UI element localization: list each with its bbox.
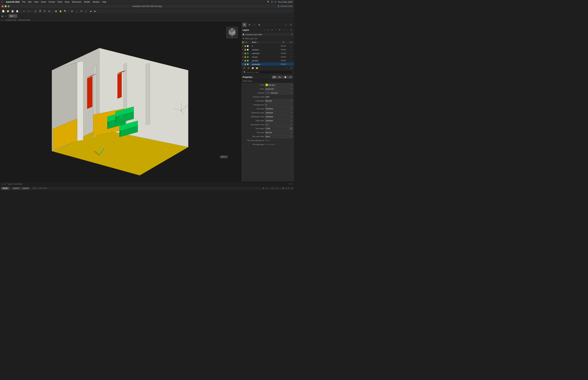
- polar-status-icon[interactable]: ⊕: [271, 187, 273, 189]
- menu-tools[interactable]: Tools: [57, 1, 62, 3]
- sun-icon[interactable]: ☀: [242, 49, 244, 51]
- layout1-tab[interactable]: Layout1: [11, 187, 21, 190]
- prop-input[interactable]: [265, 103, 293, 106]
- add-view-btn[interactable]: +: [1, 19, 2, 21]
- color-swatch[interactable]: [247, 53, 249, 54]
- anno-scale-icon[interactable]: ⚙: [291, 187, 293, 189]
- grid-status-icon[interactable]: ◫: [265, 187, 267, 189]
- sort-icon[interactable]: △: [257, 41, 258, 43]
- layers-panel-btn[interactable]: ☰: [242, 23, 247, 27]
- cmd-icon-1[interactable]: ⇧: [288, 183, 290, 185]
- otrack-btn[interactable]: ◀: [89, 9, 92, 13]
- menu-dimension[interactable]: Dimension: [72, 1, 81, 3]
- layer-collapse-btn[interactable]: −: [286, 28, 289, 32]
- delete-layer-btn[interactable]: ✕: [270, 28, 274, 32]
- export-btn[interactable]: 🗏: [47, 9, 51, 13]
- layer-tool-4[interactable]: 📂: [255, 66, 259, 70]
- polar-btn[interactable]: ⊕: [79, 9, 83, 13]
- prop-filter-copy[interactable]: 📋: [283, 76, 288, 79]
- layer-row[interactable]: ☀ 🔓 cobertura Default ⎯: [241, 52, 294, 55]
- lock-icon[interactable]: 🔓: [244, 45, 246, 47]
- color-swatch[interactable]: [247, 63, 249, 65]
- menu-insert[interactable]: Insert: [41, 1, 46, 3]
- prop-dropdown[interactable]: Standard ▼: [265, 111, 293, 114]
- layer-more-btn[interactable]: ⋮: [282, 28, 285, 32]
- new-btn[interactable]: 📄: [1, 9, 5, 13]
- hide-layer-list-btn[interactable]: ▼ Hide Layer List: [241, 37, 294, 40]
- layer-row[interactable]: ☀ 🔓 pavimento Default ⎯: [241, 62, 294, 66]
- cmd-icon-2[interactable]: ☷: [291, 183, 293, 185]
- layer-collapse-right[interactable]: −: [285, 66, 289, 70]
- ortho-status-icon[interactable]: ⚊: [268, 187, 270, 189]
- publish-btn[interactable]: 🗎: [43, 9, 47, 13]
- add-layout-btn[interactable]: +: [9, 187, 10, 190]
- menu-edit[interactable]: Edit: [28, 1, 32, 3]
- layer-expand-right[interactable]: ☷: [289, 66, 293, 70]
- sun-icon[interactable]: ☀: [242, 52, 244, 54]
- command-input[interactable]: [7, 183, 287, 185]
- lweight-status-icon[interactable]: ⎯: [280, 187, 281, 189]
- prop-dropdown[interactable]: None ▼: [265, 135, 293, 138]
- properties-panel-btn[interactable]: ⚙: [247, 23, 252, 27]
- apple-icon[interactable]: : [2, 1, 2, 3]
- prop-filter-settings[interactable]: ⚙: [288, 76, 293, 79]
- layer-row[interactable]: ☀ 🔓 0 Default ⎯: [241, 44, 294, 48]
- layer-tool-3[interactable]: 📁: [251, 66, 255, 70]
- menu-draw[interactable]: Draw: [65, 1, 69, 3]
- layer-col-name[interactable]: Name △: [252, 41, 278, 43]
- expand-panel-btn[interactable]: ☷: [289, 23, 293, 27]
- color-swatch[interactable]: [247, 49, 249, 51]
- dynin-btn[interactable]: ▶: [93, 9, 97, 13]
- layer-tool-1[interactable]: ☰: [242, 66, 246, 70]
- layer-row[interactable]: ☀ 🔓 paredes Default ⎯: [241, 59, 294, 62]
- osnap-status-icon[interactable]: ◇: [274, 187, 276, 189]
- collapse-panel-btn[interactable]: —: [284, 23, 288, 27]
- prop-dropdown[interactable]: Standard ▼: [265, 115, 293, 118]
- prop-dropdown[interactable]: ByLayer ▼: [265, 83, 293, 87]
- lock-icon[interactable]: 🔓: [244, 49, 246, 51]
- color-swatch[interactable]: [247, 60, 249, 61]
- prop-dropdown[interactable]: ByLayer ▼: [265, 91, 293, 95]
- prop-input[interactable]: [265, 127, 289, 130]
- osnap-btn[interactable]: ◇: [84, 9, 88, 13]
- set-current-btn[interactable]: ✓: [274, 28, 277, 32]
- new-layer-btn[interactable]: +: [263, 28, 266, 32]
- prop-dropdown[interactable]: 1:1 ▼: [265, 123, 293, 126]
- tab-close-icon[interactable]: ✕: [14, 15, 16, 17]
- snap-btn[interactable]: ■: [70, 9, 74, 13]
- block-panel-btn[interactable]: □: [252, 23, 257, 27]
- open-btn[interactable]: 📁: [6, 9, 10, 13]
- print-btn[interactable]: 🖨: [33, 9, 37, 13]
- color-swatch[interactable]: [247, 45, 249, 47]
- sun-icon[interactable]: ☀: [242, 59, 244, 62]
- viewport[interactable]: TOP FRONT LEFT N WCS ★: [0, 22, 241, 181]
- snap-status-icon[interactable]: ■: [263, 187, 264, 189]
- model-btn[interactable]: ▣: [54, 9, 58, 13]
- fullscreen-button[interactable]: [8, 5, 10, 7]
- prop-dropdown[interactable]: pavimento ▼: [265, 87, 293, 91]
- layer-state-bar[interactable]: Unsaved Layer State ▼: [241, 32, 294, 37]
- save-btn[interactable]: 💾: [11, 9, 15, 13]
- ortho-btn[interactable]: ⚊: [75, 9, 79, 13]
- undo-btn[interactable]: ↩: [22, 9, 26, 13]
- layout2-tab[interactable]: Layout2: [21, 187, 30, 190]
- prop-dropdown[interactable]: ByColor ▼: [265, 131, 293, 134]
- search-layer-input[interactable]: [243, 70, 293, 74]
- prop-filter-my[interactable]: My: [277, 76, 282, 79]
- lock-icon[interactable]: 🔓: [244, 59, 246, 62]
- new-layer-vp-btn[interactable]: ◇: [267, 28, 270, 32]
- color-swatch[interactable]: [247, 56, 249, 58]
- menu-help[interactable]: Help: [102, 1, 106, 3]
- menu-modify[interactable]: Modify: [84, 1, 90, 3]
- lock-icon[interactable]: 🔓: [244, 56, 246, 58]
- menu-format[interactable]: Format: [49, 1, 55, 3]
- sun-icon[interactable]: ☀: [242, 56, 244, 58]
- tab-t0s[interactable]: t0s* ✕: [9, 14, 17, 18]
- zoom-btn[interactable]: 🔍: [63, 9, 67, 13]
- redo-btn[interactable]: ↪: [27, 9, 31, 13]
- layer-settings-btn[interactable]: ⚙: [278, 28, 281, 32]
- layer-row[interactable]: ☀ 🔓 moveis Default ⎯: [241, 55, 294, 59]
- menu-window[interactable]: Window: [92, 1, 100, 3]
- palette-btn[interactable]: ◐: [257, 23, 261, 27]
- transparency-status-icon[interactable]: ◀: [282, 187, 284, 189]
